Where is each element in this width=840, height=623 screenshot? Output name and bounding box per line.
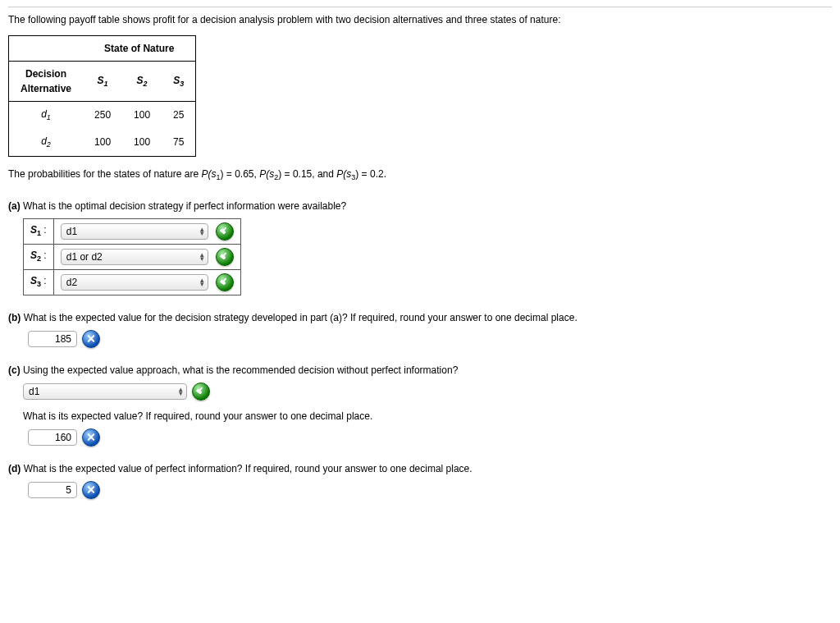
- question-c-label: (c): [8, 364, 21, 376]
- strategy-row-s2: S2 : d1 or d2 ▴▾: [24, 244, 241, 269]
- s3-dropdown[interactable]: d2: [61, 274, 208, 291]
- payoff-table: State of Nature Decision Alternative S1 …: [8, 35, 196, 157]
- checkmark-icon: [216, 222, 234, 240]
- col-s2: S2: [122, 62, 162, 102]
- b-answer-input[interactable]: [28, 331, 77, 347]
- question-c: (c) Using the expected value approach, w…: [8, 363, 832, 447]
- checkmark-icon: [216, 273, 234, 291]
- strategy-table: S1 : d1 ▴▾ S2 : d1 or d2 ▴▾: [23, 218, 241, 295]
- table-row: d2 100 100 75: [9, 129, 196, 156]
- probability-text: The probabilities for the states of natu…: [8, 167, 832, 184]
- d-answer-input[interactable]: [28, 482, 77, 498]
- cell: 100: [122, 129, 162, 156]
- col-s1: S1: [83, 62, 122, 102]
- cell: 25: [162, 102, 196, 129]
- s1-dropdown[interactable]: d1: [61, 223, 208, 240]
- checkmark-icon: [216, 248, 234, 266]
- question-b-label: (b): [8, 312, 21, 323]
- question-a-text: What is the optimal decision strategy if…: [21, 200, 347, 212]
- question-d-label: (d): [8, 463, 21, 474]
- question-d-text: What is the expected value of perfect in…: [21, 463, 472, 474]
- row-d2-label: d2: [9, 129, 84, 156]
- decision-alternative-header: Decision Alternative: [9, 62, 84, 102]
- cross-icon: [82, 481, 100, 499]
- c-recommended-dropdown[interactable]: d1: [23, 383, 187, 400]
- question-b: (b) What is the expected value for the d…: [8, 310, 832, 348]
- question-a-label: (a): [8, 200, 21, 212]
- question-d: (d) What is the expected value of perfec…: [8, 461, 832, 499]
- row-d1-label: d1: [9, 102, 84, 129]
- cell: 100: [83, 129, 122, 156]
- question-c-subtext: What is its expected value? If required,…: [23, 409, 832, 424]
- table-row: d1 250 100 25: [9, 102, 196, 129]
- checkmark-icon: [192, 383, 210, 401]
- cross-icon: [82, 330, 100, 348]
- strategy-row-s1: S1 : d1 ▴▾: [24, 218, 241, 244]
- s2-dropdown[interactable]: d1 or d2: [61, 249, 208, 265]
- c-answer-input[interactable]: [28, 429, 77, 446]
- cell: 250: [83, 102, 122, 129]
- state-of-nature-header: State of Nature: [83, 36, 196, 62]
- question-b-text: What is the expected value for the decis…: [21, 312, 577, 323]
- col-s3: S3: [162, 62, 196, 102]
- intro-text: The following payoff table shows profit …: [8, 12, 832, 27]
- top-divider: [8, 7, 832, 7]
- cell: 75: [162, 129, 196, 156]
- question-a: (a) What is the optimal decision strateg…: [8, 199, 832, 295]
- cell: 100: [122, 102, 162, 129]
- question-c-text: Using the expected value approach, what …: [21, 364, 459, 376]
- strategy-row-s3: S3 : d2 ▴▾: [24, 269, 241, 295]
- cross-icon: [82, 428, 100, 447]
